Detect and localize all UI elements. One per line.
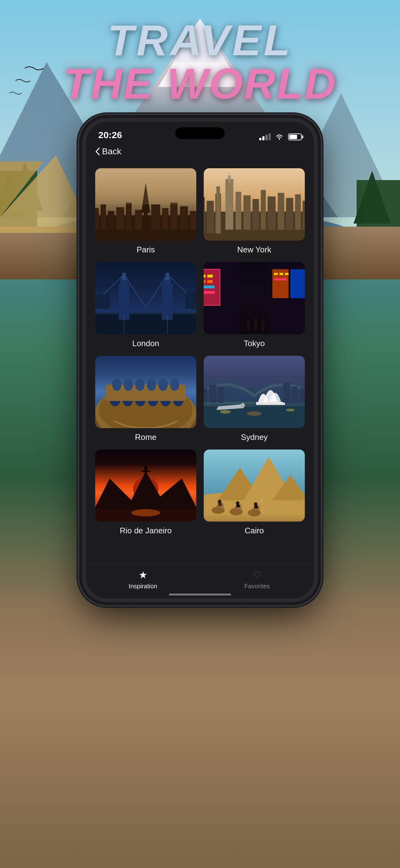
- svg-rect-83: [204, 280, 206, 283]
- battery-icon: [288, 133, 302, 140]
- svg-point-112: [135, 378, 144, 391]
- destination-image-rio: [95, 450, 196, 522]
- svg-rect-81: [204, 275, 206, 278]
- destination-image-cairo: [204, 450, 305, 522]
- svg-rect-57: [303, 201, 305, 230]
- svg-point-111: [124, 378, 133, 391]
- svg-rect-55: [286, 198, 293, 229]
- back-button[interactable]: Back: [95, 147, 121, 156]
- title-line2: THE WORLD: [0, 62, 400, 105]
- svg-rect-168: [258, 506, 260, 511]
- destination-name-rome: Rome: [135, 432, 156, 442]
- svg-point-121: [286, 408, 295, 411]
- svg-rect-23: [95, 208, 99, 230]
- svg-rect-89: [290, 269, 305, 298]
- destination-card-london[interactable]: London: [95, 262, 196, 348]
- svg-point-119: [220, 410, 231, 413]
- svg-rect-170: [254, 505, 258, 508]
- svg-rect-28: [135, 210, 142, 230]
- svg-rect-60: [95, 312, 196, 314]
- svg-rect-137: [145, 468, 147, 475]
- svg-rect-95: [254, 318, 257, 331]
- svg-rect-36: [141, 211, 150, 213]
- svg-rect-56: [295, 194, 301, 230]
- svg-rect-163: [236, 504, 240, 507]
- svg-rect-29: [151, 204, 160, 229]
- destination-name-tokyo: Tokyo: [244, 339, 265, 348]
- tab-inspiration-label: Inspiration: [129, 583, 157, 590]
- destination-card-tokyo[interactable]: Tokyo: [204, 262, 305, 348]
- chevron-left-icon: [95, 148, 100, 156]
- svg-point-113: [147, 378, 156, 391]
- svg-point-110: [112, 378, 122, 391]
- svg-rect-156: [218, 503, 222, 506]
- svg-rect-59: [95, 313, 196, 334]
- destination-image-newyork: [204, 168, 305, 241]
- title-line1: TRAVEL: [0, 19, 400, 62]
- svg-rect-122: [256, 402, 285, 405]
- svg-rect-161: [240, 505, 242, 510]
- destination-image-london: [95, 262, 196, 334]
- svg-rect-165: [253, 508, 255, 513]
- svg-rect-50: [243, 195, 251, 230]
- destination-card-rio[interactable]: Rio de Janeiro: [95, 450, 196, 536]
- svg-rect-26: [116, 207, 124, 230]
- svg-rect-127: [209, 385, 216, 403]
- heart-icon: ♡: [253, 569, 262, 581]
- svg-rect-49: [235, 192, 241, 230]
- destination-card-rome[interactable]: Rome: [95, 356, 196, 442]
- destinations-grid: Paris: [95, 168, 305, 535]
- status-icons: [259, 133, 302, 140]
- svg-point-136: [131, 509, 160, 516]
- wifi-icon: [275, 133, 284, 140]
- svg-rect-43: [206, 201, 214, 234]
- svg-rect-75: [186, 293, 196, 309]
- svg-rect-96: [261, 319, 264, 331]
- svg-rect-51: [253, 199, 259, 230]
- svg-rect-67: [95, 307, 196, 310]
- svg-rect-82: [207, 275, 213, 278]
- svg-rect-41: [204, 197, 205, 233]
- destination-name-cairo: Cairo: [245, 526, 264, 535]
- svg-point-114: [159, 378, 168, 391]
- svg-rect-32: [180, 206, 188, 230]
- svg-rect-129: [283, 383, 290, 403]
- svg-rect-27: [126, 203, 132, 230]
- back-label: Back: [102, 147, 121, 156]
- svg-point-139: [144, 466, 147, 469]
- destination-name-newyork: New York: [237, 245, 271, 254]
- svg-rect-30: [162, 208, 168, 230]
- tab-favorites[interactable]: ♡ Favorites: [200, 569, 314, 590]
- svg-rect-53: [268, 196, 276, 230]
- svg-rect-46: [226, 179, 233, 230]
- destination-image-paris: [95, 168, 196, 241]
- svg-rect-154: [222, 503, 224, 508]
- svg-rect-138: [141, 470, 150, 472]
- destination-image-tokyo: [204, 262, 305, 334]
- content-area: Paris: [86, 162, 314, 567]
- destination-card-sydney[interactable]: Sydney: [204, 356, 305, 442]
- svg-point-169: [254, 502, 258, 506]
- svg-point-115: [170, 378, 179, 391]
- home-indicator: [169, 594, 231, 595]
- svg-point-155: [218, 499, 222, 503]
- destination-card-paris[interactable]: Paris: [95, 168, 196, 254]
- destination-card-newyork[interactable]: New York: [204, 168, 305, 254]
- svg-rect-92: [285, 273, 289, 275]
- tab-inspiration[interactable]: ★ Inspiration: [86, 569, 200, 590]
- svg-rect-25: [108, 211, 114, 230]
- svg-rect-90: [274, 273, 278, 275]
- destination-name-sydney: Sydney: [241, 432, 268, 442]
- svg-rect-93: [274, 278, 287, 280]
- dynamic-island: [175, 127, 225, 139]
- tab-favorites-label: Favorites: [244, 583, 270, 590]
- svg-rect-54: [278, 193, 284, 230]
- destination-card-cairo[interactable]: Cairo: [204, 450, 305, 536]
- svg-rect-45: [216, 186, 220, 233]
- phone-frame: 20:26: [82, 118, 318, 602]
- destination-image-sydney: [204, 356, 305, 428]
- svg-rect-33: [190, 211, 196, 230]
- svg-rect-38: [95, 168, 196, 204]
- svg-rect-84: [207, 280, 213, 283]
- svg-point-120: [247, 411, 262, 416]
